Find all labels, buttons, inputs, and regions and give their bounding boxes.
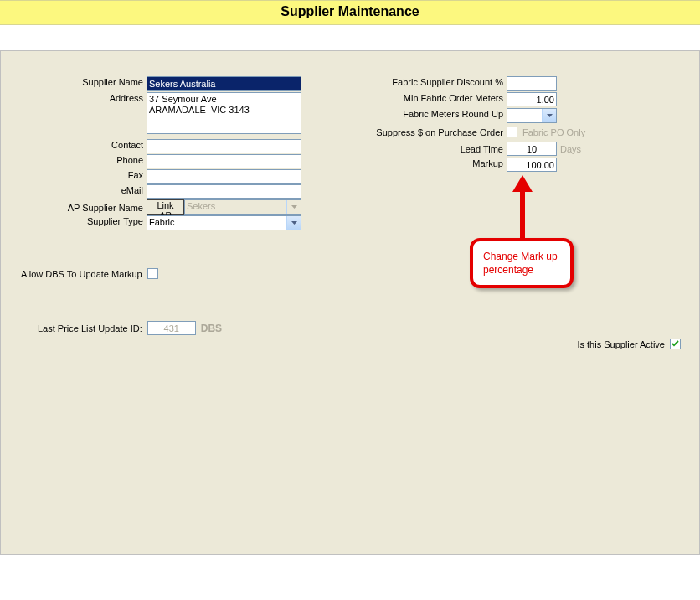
email-input[interactable] [147, 184, 301, 199]
annotation-callout: Change Mark up percentage [470, 238, 574, 288]
form-area: Supplier Name Address Contact Phone Fax [0, 50, 700, 555]
markup-label: Markup [369, 158, 503, 168]
ap-supplier-name-label: AP Supplier Name [1, 202, 143, 213]
supplier-name-input[interactable] [147, 76, 301, 91]
annotation-arrow-icon [510, 175, 535, 241]
last-price-input [147, 321, 196, 335]
min-fabric-order-input[interactable] [507, 92, 557, 106]
supplier-type-value: Fabric [147, 216, 286, 230]
phone-label: Phone [1, 154, 143, 165]
fabric-meters-round-label: Fabric Meters Round Up [369, 108, 503, 119]
fax-input[interactable] [147, 169, 301, 184]
page-title: Supplier Maintenance [0, 0, 700, 25]
supplier-name-label: Supplier Name [1, 76, 143, 87]
address-label: Address [1, 92, 143, 103]
chevron-down-icon[interactable] [286, 200, 301, 214]
min-fabric-order-label: Min Fabric Order Meters [369, 92, 503, 103]
is-active-checkbox[interactable] [670, 339, 681, 349]
markup-input[interactable] [507, 158, 557, 172]
svg-marker-4 [512, 175, 533, 192]
link-ap-button[interactable]: Link AP [147, 199, 184, 215]
phone-input[interactable] [147, 154, 301, 168]
fabric-meters-round-value [507, 109, 542, 122]
ap-supplier-combo[interactable]: Sekers [184, 199, 301, 215]
svg-marker-1 [291, 221, 297, 225]
dbs-label: DBS [201, 322, 222, 334]
lead-time-label: Lead Time [369, 143, 503, 154]
fabric-po-only-label: Fabric PO Only [522, 127, 585, 137]
contact-label: Contact [1, 139, 143, 150]
days-label: Days [560, 143, 581, 154]
title-text: Supplier Maintenance [281, 4, 419, 18]
address-input[interactable] [147, 92, 301, 134]
suppress-checkbox[interactable] [507, 127, 517, 137]
svg-marker-0 [291, 205, 297, 209]
chevron-down-icon[interactable] [542, 109, 556, 122]
supplier-type-label: Supplier Type [1, 215, 143, 226]
annotation-text: Change Mark up percentage [483, 251, 558, 276]
supplier-type-combo[interactable]: Fabric [147, 215, 301, 230]
last-price-label: Last Price List Update ID: [38, 323, 142, 334]
fax-label: Fax [1, 169, 143, 180]
suppress-label: Suppress $ on Purchase Order [369, 127, 503, 137]
contact-input[interactable] [147, 139, 301, 153]
svg-marker-2 [547, 114, 553, 117]
is-active-label: Is this Supplier Active [577, 339, 665, 349]
fabric-supplier-discount-label: Fabric Supplier Discount % [369, 76, 503, 87]
chevron-down-icon[interactable] [286, 216, 301, 230]
fabric-meters-round-combo[interactable] [507, 108, 557, 123]
allow-dbs-label: Allow DBS To Update Markup [21, 268, 142, 279]
email-label: eMail [1, 184, 143, 195]
lead-time-input[interactable] [507, 142, 557, 156]
ap-supplier-value: Sekers [185, 200, 286, 214]
allow-dbs-checkbox[interactable] [147, 268, 158, 279]
fabric-supplier-discount-input[interactable] [507, 76, 557, 91]
